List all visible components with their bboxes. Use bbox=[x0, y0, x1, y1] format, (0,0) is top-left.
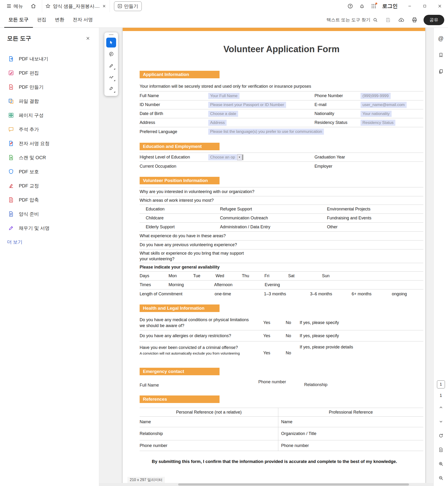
yes-option[interactable]: Yes bbox=[256, 320, 277, 325]
tool-export-pdf[interactable]: PDF 내보내기 bbox=[0, 52, 99, 66]
no-option[interactable]: No bbox=[277, 351, 300, 356]
time-option[interactable]: Afternoon bbox=[214, 282, 265, 287]
home-button[interactable] bbox=[28, 2, 39, 10]
day-option[interactable]: Tue bbox=[193, 274, 216, 278]
commitment-option[interactable]: ongoing bbox=[392, 292, 423, 297]
share-button[interactable]: 공유 bbox=[424, 15, 444, 25]
maximize-button[interactable] bbox=[418, 0, 432, 12]
close-window-button[interactable] bbox=[433, 0, 447, 12]
tool-redact-pdf[interactable]: PDF 교정 bbox=[0, 179, 99, 193]
area-option[interactable]: Fundraising and Events bbox=[321, 216, 423, 220]
rotate-refresh-button[interactable] bbox=[436, 431, 446, 440]
cloud-upload-button[interactable] bbox=[396, 15, 407, 25]
tool-fill-sign[interactable]: 채우기 및 서명 bbox=[0, 221, 99, 235]
menu-button[interactable]: 메뉴 bbox=[4, 2, 25, 11]
education-level-dropdown[interactable]: Choose an op ▾ bbox=[208, 154, 243, 160]
print-button[interactable] bbox=[409, 15, 420, 25]
area-option[interactable]: Elderly Support bbox=[140, 225, 214, 229]
id-number-field[interactable]: Please insert your Passport or ID Number bbox=[208, 102, 286, 108]
login-button[interactable]: 로그인 bbox=[382, 3, 398, 10]
comment-tool-button[interactable] bbox=[106, 49, 116, 59]
tool-protect-pdf[interactable]: PDF 보호 bbox=[0, 165, 99, 179]
yes-option[interactable]: Yes bbox=[256, 333, 277, 338]
emergency-relationship-label: Relationship bbox=[304, 382, 328, 387]
residency-status-field[interactable]: Residency Status bbox=[360, 120, 395, 126]
search-tools-button[interactable]: 텍스트 또는 도구 찾기 bbox=[324, 15, 380, 25]
tab-edit[interactable]: 편집 bbox=[33, 12, 51, 28]
tab-esign[interactable]: 전자 서명 bbox=[69, 12, 97, 28]
day-option[interactable]: Thu bbox=[242, 274, 264, 278]
tab-close-icon[interactable] bbox=[102, 4, 106, 8]
commitment-option[interactable]: 6+ months bbox=[352, 292, 392, 297]
zoom-in-button[interactable] bbox=[436, 459, 446, 469]
commitment-option[interactable]: one-time bbox=[215, 292, 264, 297]
fit-page-button[interactable] bbox=[436, 445, 446, 454]
notifications-button[interactable] bbox=[357, 1, 367, 11]
area-option[interactable]: Environmental Projects bbox=[321, 207, 423, 212]
horizontal-scrollbar[interactable] bbox=[99, 483, 433, 486]
dropdown-value[interactable]: Choose an op bbox=[208, 154, 237, 160]
tool-edit-pdf[interactable]: PDF 편집 bbox=[0, 66, 99, 80]
commitment-option[interactable]: 3–6 months bbox=[310, 292, 352, 297]
tool-request-esign[interactable]: 전자 서명 요청 bbox=[0, 136, 99, 150]
no-option[interactable]: No bbox=[277, 320, 300, 325]
tool-prepare-form[interactable]: 양식 준비 bbox=[0, 207, 99, 221]
area-option[interactable]: Communication Outreach bbox=[214, 216, 321, 220]
freeform-tool-button[interactable] bbox=[106, 72, 116, 82]
tool-scan-ocr[interactable]: 스캔 및 OCR bbox=[0, 150, 99, 165]
day-option[interactable]: Mon bbox=[168, 274, 193, 278]
no-option[interactable]: No bbox=[277, 333, 300, 338]
tool-create-pdf[interactable]: PDF 만들기 bbox=[0, 80, 99, 94]
draw-tool-button[interactable] bbox=[106, 61, 116, 71]
nationality-field[interactable]: Your nationality bbox=[360, 111, 392, 117]
page-thumbnails-button[interactable] bbox=[436, 67, 446, 76]
save-button[interactable] bbox=[383, 15, 393, 25]
table-row: Date of Birth Choose a date Nationality … bbox=[140, 109, 423, 118]
address-field[interactable]: Address bbox=[208, 120, 227, 126]
area-option[interactable]: Education bbox=[140, 207, 214, 212]
commitment-option[interactable]: 1–3 months bbox=[264, 292, 310, 297]
email-field[interactable]: user_name@email.com bbox=[360, 102, 407, 108]
tool-organize-pages[interactable]: 페이지 구성 bbox=[0, 108, 99, 122]
help-button[interactable] bbox=[345, 1, 355, 11]
scrollbar-thumb[interactable] bbox=[178, 483, 409, 486]
day-option[interactable]: Wed bbox=[216, 274, 242, 278]
area-option[interactable]: Refugee Support bbox=[214, 207, 321, 212]
zoom-out-button[interactable] bbox=[436, 473, 446, 483]
select-tool-button[interactable] bbox=[106, 38, 116, 48]
star-icon[interactable] bbox=[45, 4, 50, 9]
sign-tool-button[interactable] bbox=[106, 84, 116, 94]
area-option[interactable]: Other bbox=[321, 225, 423, 229]
time-option[interactable]: Evening bbox=[265, 282, 423, 287]
full-name-field[interactable]: Your Full Name bbox=[208, 93, 240, 99]
apps-button[interactable] bbox=[368, 1, 379, 11]
document-tab[interactable]: 양식 샘플_자원봉사.... bbox=[42, 0, 110, 12]
area-option[interactable]: Childcare bbox=[140, 216, 214, 220]
preferred-language-field[interactable]: Please list the language(s) you prefer t… bbox=[208, 129, 324, 135]
time-option[interactable]: Morning bbox=[168, 282, 214, 287]
day-option[interactable]: Sat bbox=[288, 274, 322, 278]
create-button[interactable]: 만들기 bbox=[114, 1, 142, 11]
panel-close-button[interactable] bbox=[84, 34, 92, 42]
tab-convert[interactable]: 변환 bbox=[51, 12, 69, 28]
day-option[interactable]: Fri bbox=[264, 274, 288, 278]
tab-all-tools[interactable]: 모든 도구 bbox=[4, 12, 33, 28]
tool-add-comments[interactable]: 주석 추가 bbox=[0, 122, 99, 136]
area-option[interactable]: Administration / Data Entry bbox=[214, 225, 321, 229]
tool-combine-files[interactable]: 파일 결합 bbox=[0, 94, 99, 108]
comments-panel-button[interactable]: @ bbox=[436, 34, 446, 43]
day-option[interactable]: Sun bbox=[322, 274, 423, 278]
next-page-button[interactable] bbox=[436, 417, 446, 426]
dropdown-arrow-icon[interactable]: ▾ bbox=[237, 154, 242, 160]
combine-files-icon bbox=[8, 98, 14, 104]
previous-page-button[interactable] bbox=[436, 403, 446, 412]
date-of-birth-field[interactable]: Choose a date bbox=[208, 111, 238, 117]
phone-number-field[interactable]: (999)999-9999 bbox=[360, 93, 391, 99]
yes-option[interactable]: Yes bbox=[256, 351, 277, 356]
tool-compress-pdf[interactable]: PDF 압축 bbox=[0, 193, 99, 207]
view-more-link[interactable]: 더 보기 bbox=[7, 239, 23, 245]
minimize-button[interactable] bbox=[403, 0, 416, 12]
palette-drag-handle[interactable] bbox=[109, 34, 113, 35]
bookmarks-panel-button[interactable] bbox=[436, 50, 446, 60]
page-number-input[interactable]: 1 bbox=[437, 381, 445, 389]
